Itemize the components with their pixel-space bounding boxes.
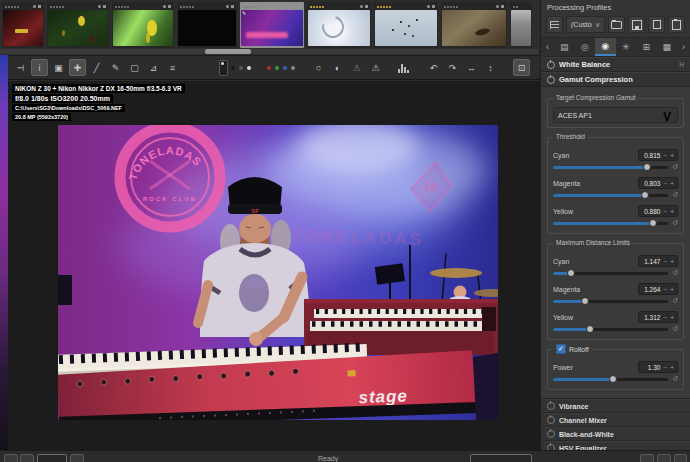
rating-dot[interactable]	[118, 6, 120, 8]
rating-dot[interactable]	[53, 6, 55, 8]
decrement-button[interactable]: −	[663, 258, 667, 265]
preview-mode-toggle[interactable]	[219, 60, 228, 76]
tab-exposure[interactable]: ▤	[554, 38, 575, 56]
increment-button[interactable]: +	[670, 152, 674, 159]
rating-dot[interactable]	[513, 6, 515, 8]
slider-value-box[interactable]: 1.312 − +	[638, 311, 678, 323]
increment-button[interactable]: +	[670, 286, 674, 293]
slider-handle[interactable]	[643, 163, 651, 171]
load-profile-button[interactable]	[608, 16, 625, 33]
trash-icon[interactable]	[38, 5, 41, 8]
slider-track[interactable]	[553, 222, 668, 225]
fill-mode-button[interactable]	[546, 16, 563, 33]
color-label-icon[interactable]	[496, 5, 499, 8]
rating-dot[interactable]	[17, 6, 19, 8]
rating-dot[interactable]	[56, 6, 58, 8]
thumbnail-image[interactable]	[113, 10, 173, 46]
decrement-button[interactable]: −	[663, 180, 667, 187]
trash-icon[interactable]	[168, 5, 171, 8]
rating-dot[interactable]	[319, 6, 321, 8]
slider-track[interactable]	[553, 272, 668, 275]
slider-value-box[interactable]: 1.30 − +	[638, 361, 678, 373]
flip-vertical-button[interactable]: ↕	[482, 59, 499, 76]
highlight-clipping-button[interactable]: ⚠	[367, 59, 384, 76]
color-label-icon[interactable]	[427, 5, 430, 8]
preview-black-dot[interactable]	[231, 66, 235, 70]
decrement-button[interactable]: −	[663, 152, 667, 159]
rating-dot[interactable]	[453, 6, 455, 8]
channel-green-dot[interactable]	[275, 66, 279, 70]
decrement-button[interactable]: −	[663, 364, 667, 371]
detail-stack-button[interactable]: ≡	[164, 59, 181, 76]
reset-icon[interactable]: ↺	[672, 269, 678, 277]
reset-icon[interactable]: ↺	[672, 325, 678, 333]
power-icon[interactable]	[547, 430, 555, 438]
thumbnail-iris-closeup[interactable]	[112, 2, 174, 48]
before-after-button[interactable]: ▣	[50, 59, 67, 76]
section-black-and-white[interactable]: Black-and-White	[541, 427, 690, 441]
channel-grey-dot[interactable]	[291, 66, 295, 70]
slider-track[interactable]	[553, 300, 668, 303]
tab-transform[interactable]: ⊞	[636, 38, 657, 56]
straighten-tool-button[interactable]: ╱	[88, 59, 105, 76]
thumbnail-bird-ground[interactable]	[441, 2, 507, 48]
rating-dot[interactable]	[377, 6, 379, 8]
rating-dot[interactable]	[62, 6, 64, 8]
color-label-icon[interactable]	[226, 5, 229, 8]
collapse-left-panel-button[interactable]: ⊣	[12, 59, 29, 76]
trash-icon[interactable]	[103, 5, 106, 8]
thumbnail-image[interactable]	[48, 10, 108, 46]
trash-icon[interactable]	[298, 5, 301, 8]
rating-dot[interactable]	[386, 6, 388, 8]
crop-tool-button[interactable]: ▢	[126, 59, 143, 76]
rating-dot[interactable]	[313, 6, 315, 8]
status-button[interactable]	[674, 454, 687, 462]
slider-value-box[interactable]: 0.880 − +	[638, 205, 678, 217]
rating-dot[interactable]	[14, 6, 16, 8]
rating-dot[interactable]	[5, 6, 7, 8]
slider-track[interactable]	[553, 328, 668, 331]
rating-dot[interactable]	[121, 6, 123, 8]
reset-icon[interactable]: ↺	[672, 219, 678, 227]
slider-handle[interactable]	[581, 297, 589, 305]
power-icon[interactable]	[547, 61, 555, 69]
thumbnail-dark-frame[interactable]	[177, 2, 237, 48]
rating-dot[interactable]	[252, 6, 254, 8]
thumbnail-image[interactable]	[511, 10, 531, 46]
histogram-icon[interactable]	[398, 62, 411, 73]
section-white-balance[interactable]: White Balance H	[541, 57, 690, 72]
color-label-icon[interactable]	[33, 5, 36, 8]
thumbnail-image[interactable]	[308, 10, 370, 46]
rating-dot[interactable]	[59, 6, 61, 8]
thumbnail-smoke-spiral[interactable]	[307, 2, 371, 48]
shadow-clipping-button[interactable]: ⚠	[348, 59, 365, 76]
rating-dot[interactable]	[380, 6, 382, 8]
rating-dot[interactable]	[249, 6, 251, 8]
save-profile-button[interactable]	[628, 16, 645, 33]
tab-color[interactable]: ◉	[595, 38, 616, 56]
thumbnail-birds-sky[interactable]	[374, 2, 438, 48]
thumbnail-image[interactable]	[178, 10, 236, 46]
rating-dot[interactable]	[444, 6, 446, 8]
reset-icon[interactable]: ↺	[672, 297, 678, 305]
info-button[interactable]: i	[31, 59, 48, 76]
decrement-button[interactable]: −	[663, 314, 667, 321]
rating-dot[interactable]	[127, 6, 129, 8]
slider-value-box[interactable]: 1.264 − +	[638, 283, 678, 295]
thumbnail-image[interactable]	[442, 10, 506, 46]
target-gamut-select[interactable]: ACES AP1 ∨	[553, 107, 678, 123]
rating-dot[interactable]	[243, 6, 245, 8]
channel-red-dot[interactable]	[267, 66, 271, 70]
rating-dot[interactable]	[8, 6, 10, 8]
slider-value-box[interactable]: 0.815 − +	[638, 149, 678, 161]
zoom-value-box[interactable]	[37, 454, 67, 462]
trash-icon[interactable]	[365, 5, 368, 8]
rating-dot[interactable]	[383, 6, 385, 8]
power-icon[interactable]	[547, 402, 555, 410]
rating-dot[interactable]	[183, 6, 185, 8]
slider-track[interactable]	[553, 378, 668, 381]
thumbnail-image[interactable]	[241, 10, 303, 46]
scrollbar-handle[interactable]	[205, 49, 251, 54]
rolloff-checkbox[interactable]: ✓	[556, 344, 566, 354]
slider-handle[interactable]	[641, 191, 649, 199]
